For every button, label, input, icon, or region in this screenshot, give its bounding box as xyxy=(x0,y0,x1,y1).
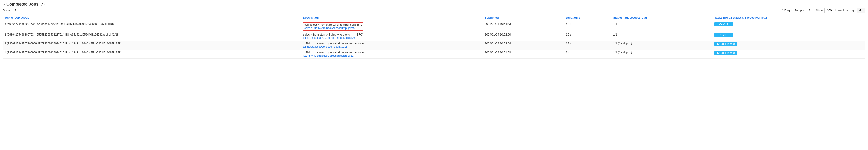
tasks-badge: 1/1 (8 skipped) xyxy=(714,42,737,46)
submitted-cell: 2024/01/04 10:54:43 xyxy=(483,21,564,32)
submitted-cell: 2024/01/04 10:52:04 xyxy=(483,41,564,50)
page-label: Page: xyxy=(3,9,10,12)
stages-cell: 1/1 (1 skipped) xyxy=(611,50,713,59)
page-title: ▼ Completed Jobs (7) xyxy=(3,2,865,7)
tasks-cell: 258/258 xyxy=(713,21,865,32)
description-cell: select * from sternp.flights where origi… xyxy=(301,32,483,41)
desc-link[interactable]: collectResult at OutputAggregator.scala:… xyxy=(303,36,356,40)
stages-cell: 1/1 xyxy=(611,32,713,41)
table-row: 3 (7850385243507190909_54782609826024930… xyxy=(3,41,865,50)
duration-cell: 12 s xyxy=(564,41,611,50)
job-id-cell: 6 (598642754688007534_622855517299464008… xyxy=(3,21,301,32)
desc-main-text: -- This is a system generated query from… xyxy=(303,51,481,54)
job-id-header: Job Id (Job Group) xyxy=(3,15,301,21)
job-id-cell: 3 (7850385243507190909_54782609826024930… xyxy=(3,41,301,50)
duration-cell: 54 s xyxy=(564,21,611,32)
tasks-cell: 10/10 xyxy=(713,32,865,41)
desc-link[interactable]: save at NativeMethodAccessorImpl.java:0 xyxy=(304,26,355,30)
job-id-cell: 1 (7850385243507190909_54782609826024930… xyxy=(3,50,301,59)
jump-to-input[interactable] xyxy=(806,8,813,13)
pages-info-text: 1 Pages. Jump to xyxy=(782,9,805,12)
tasks-cell: 1/1 (8 skipped) xyxy=(713,50,865,59)
description-cell: -- This is a system generated query from… xyxy=(301,50,483,59)
submitted-cell: 2024/01/04 10:51:58 xyxy=(483,50,564,59)
desc-link[interactable]: tail at StatisticsCollection.scala:1015 xyxy=(303,45,347,48)
page-input[interactable] xyxy=(12,8,19,13)
description-cell: -- This is a system generated query from… xyxy=(301,41,483,50)
desc-link[interactable]: isEmpty at StatisticsCollection.scala:10… xyxy=(303,54,353,57)
job-id-cell: 2 (598642754688007534_755532563532287524… xyxy=(3,32,301,41)
go-button[interactable]: Go xyxy=(857,8,865,13)
collapse-triangle-icon[interactable]: ▼ xyxy=(3,3,5,6)
description-header: Description xyxy=(301,15,483,21)
duration-cell: 16 s xyxy=(564,32,611,41)
pagination-left: Page: xyxy=(3,8,19,13)
desc-main-text: -- This is a system generated query from… xyxy=(303,42,481,45)
desc-main-text: sql('select * from sternp.flights where … xyxy=(304,23,362,26)
tasks-badge: 10/10 xyxy=(714,33,733,37)
table-row: 1 (7850385243507190909_54782609826024930… xyxy=(3,50,865,59)
jobs-table: Job Id (Job Group) Description Submitted… xyxy=(3,15,865,59)
desc-main-text: select * from sternp.flights where origi… xyxy=(303,33,481,36)
pagination-bar: Page: 1 Pages. Jump to . Show items in a… xyxy=(3,8,865,13)
show-label: . Show xyxy=(814,9,824,12)
table-row: 6 (598642754688007534_622855517299464008… xyxy=(3,21,865,32)
submitted-header: Submitted xyxy=(483,15,564,21)
sort-arrow-icon: ▴ xyxy=(579,17,580,19)
table-row: 2 (598642754688007534_755532563532287524… xyxy=(3,32,865,41)
stages-cell: 1/1 (1 skipped) xyxy=(611,41,713,50)
duration-cell: 6 s xyxy=(564,50,611,59)
stages-header: Stages: Succeeded/Total xyxy=(611,15,713,21)
items-label: items in a page. xyxy=(835,9,856,12)
pagination-right: 1 Pages. Jump to . Show items in a page.… xyxy=(782,8,865,13)
submitted-cell: 2024/01/04 10:52:00 xyxy=(483,32,564,41)
duration-header[interactable]: Duration ▴ xyxy=(564,15,611,21)
tasks-badge: 258/258 xyxy=(714,22,733,26)
tasks-badge: 1/1 (8 skipped) xyxy=(714,51,737,55)
stages-cell: 1/1 xyxy=(611,21,713,32)
table-header-row: Job Id (Job Group) Description Submitted… xyxy=(3,15,865,21)
description-cell: sql('select * from sternp.flights where … xyxy=(301,21,483,32)
title-text: Completed Jobs (7) xyxy=(6,2,44,7)
tasks-cell: 1/1 (8 skipped) xyxy=(713,41,865,50)
show-count-input[interactable] xyxy=(824,8,834,13)
tasks-header: Tasks (for all stages): Succeeded/Total xyxy=(713,15,865,21)
